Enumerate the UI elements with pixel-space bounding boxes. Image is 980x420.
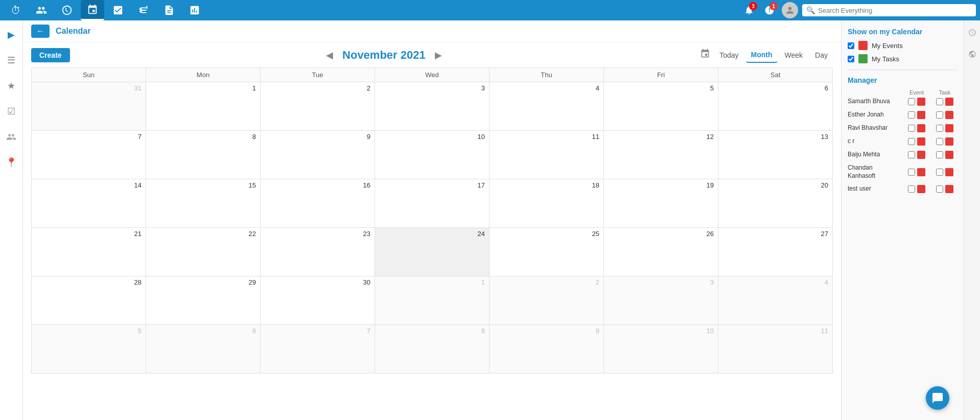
calendar-cell[interactable]: 21 [32, 228, 146, 276]
manager-list: Samarth BhuvaEsther JonahRavi Bhavsharc … [848, 98, 958, 193]
calendar-cell[interactable]: 20 [718, 179, 833, 228]
view-controls: Today Month Week Day [698, 46, 833, 63]
calendar-cell[interactable]: 2 [261, 82, 375, 131]
nav-icon-dashboard[interactable]: ⏱ [4, 0, 28, 20]
nav-icon-tasks[interactable] [106, 0, 130, 20]
manager-event-checkbox[interactable] [908, 169, 915, 176]
search-input[interactable] [818, 7, 972, 14]
manager-task-checkbox[interactable] [936, 98, 943, 105]
calendar-cell[interactable]: 27 [718, 228, 833, 276]
alert-icon[interactable]: 1 [761, 2, 778, 18]
manager-event-checkbox[interactable] [908, 138, 915, 145]
manager-event-checkbox[interactable] [908, 98, 915, 105]
manager-event-checkbox[interactable] [908, 111, 915, 119]
nav-icon-goals[interactable] [55, 0, 79, 20]
calendar-cell[interactable]: 9 [261, 131, 375, 179]
calendar-cell[interactable]: 4 [489, 82, 604, 131]
calendar-cell[interactable]: 6 [718, 82, 833, 131]
manager-event-checkbox[interactable] [908, 185, 915, 193]
prev-month-button[interactable]: ◀ [322, 48, 337, 63]
calendar-cell[interactable]: 3 [375, 82, 489, 131]
day-number: 6 [722, 84, 828, 92]
nav-icon-calendar[interactable] [81, 0, 104, 20]
calendar-cell[interactable]: 10 [604, 325, 718, 374]
calendar-cell[interactable]: 4 [718, 276, 833, 325]
calendar-cell[interactable]: 8 [375, 325, 489, 374]
calendar-cell[interactable]: 30 [261, 276, 375, 325]
sidebar-map-pin-icon[interactable]: 📍 [2, 153, 20, 172]
sidebar-check-icon[interactable]: ☑ [2, 102, 20, 121]
nav-icon-users[interactable] [30, 0, 53, 20]
view-today-button[interactable]: Today [714, 48, 743, 62]
nav-icon-reports[interactable] [183, 0, 206, 20]
sidebar-star-icon[interactable]: ★ [2, 77, 20, 95]
calendar-cell[interactable]: 8 [146, 131, 261, 179]
calendar-cell[interactable]: 12 [604, 131, 718, 179]
view-day-button[interactable]: Day [810, 48, 833, 62]
calendar-navigation: ◀ November 2021 ▶ [75, 48, 693, 63]
nav-icon-announce[interactable] [132, 0, 155, 20]
calendar-cell[interactable]: 1 [375, 276, 489, 325]
calendar-cell[interactable]: 9 [489, 325, 604, 374]
nav-icon-documents[interactable] [157, 0, 181, 20]
back-button[interactable]: ← [31, 25, 50, 38]
notification-bell[interactable]: 3 [741, 2, 757, 18]
calendar-cell[interactable]: 15 [146, 179, 261, 228]
calendar-cell[interactable]: 25 [489, 228, 604, 276]
sidebar-group-icon[interactable] [2, 128, 20, 146]
manager-task-checkbox[interactable] [936, 151, 943, 158]
manager-task-checkbox[interactable] [936, 169, 943, 176]
chat-button[interactable] [926, 386, 949, 410]
calendar-cell[interactable]: 22 [146, 228, 261, 276]
calendar-cell[interactable]: 26 [604, 228, 718, 276]
view-month-button[interactable]: Month [746, 48, 778, 63]
calendar-cell[interactable]: 24 [375, 228, 489, 276]
my-tasks-color [858, 54, 868, 63]
sidebar-list-icon[interactable]: ☰ [2, 51, 20, 69]
day-number: 23 [265, 230, 370, 238]
calendar-cell[interactable]: 19 [604, 179, 718, 228]
manager-name: Samarth Bhuva [848, 98, 901, 106]
my-tasks-checkbox[interactable] [848, 56, 854, 62]
edge-globe-icon[interactable] [965, 47, 979, 61]
calendar-cell[interactable]: 11 [489, 131, 604, 179]
calendar-cell[interactable]: 7 [32, 131, 146, 179]
create-button[interactable]: Create [31, 48, 70, 62]
calendar-cell[interactable]: 16 [261, 179, 375, 228]
manager-event-checkbox[interactable] [908, 151, 915, 158]
next-month-button[interactable]: ▶ [431, 48, 446, 63]
calendar-cell[interactable]: 14 [32, 179, 146, 228]
avatar[interactable] [782, 2, 798, 18]
day-number: 2 [265, 84, 370, 92]
calendar-cell[interactable]: 17 [375, 179, 489, 228]
day-number: 3 [379, 84, 485, 92]
view-week-button[interactable]: Week [780, 48, 808, 62]
back-arrow-btn[interactable]: ← [31, 25, 50, 38]
calendar-cell[interactable]: 5 [604, 82, 718, 131]
calendar-cell[interactable]: 31 [32, 82, 146, 131]
calendar-cell[interactable]: 18 [489, 179, 604, 228]
manager-task-checkbox[interactable] [936, 185, 943, 193]
manager-task-checkbox[interactable] [936, 111, 943, 119]
calendar-cell[interactable]: 13 [718, 131, 833, 179]
manager-event-checkbox[interactable] [908, 125, 915, 132]
calendar-cell[interactable]: 2 [489, 276, 604, 325]
my-events-checkbox[interactable] [848, 42, 854, 49]
edge-clock-icon[interactable] [965, 26, 979, 40]
calendar-cell[interactable]: 29 [146, 276, 261, 325]
manager-task-checkbox[interactable] [936, 125, 943, 132]
calendar-cell[interactable]: 10 [375, 131, 489, 179]
sidebar-play-icon[interactable]: ▶ [2, 26, 20, 44]
day-number: 7 [36, 133, 142, 141]
calendar-cell[interactable]: 7 [261, 325, 375, 374]
calendar-cell[interactable]: 6 [146, 325, 261, 374]
calendar-picker-icon[interactable] [698, 46, 712, 63]
manager-task-checkbox[interactable] [936, 138, 943, 145]
calendar-cell[interactable]: 28 [32, 276, 146, 325]
day-number: 8 [379, 327, 485, 335]
calendar-cell[interactable]: 11 [718, 325, 833, 374]
calendar-cell[interactable]: 3 [604, 276, 718, 325]
calendar-cell[interactable]: 23 [261, 228, 375, 276]
calendar-cell[interactable]: 5 [32, 325, 146, 374]
calendar-cell[interactable]: 1 [146, 82, 261, 131]
